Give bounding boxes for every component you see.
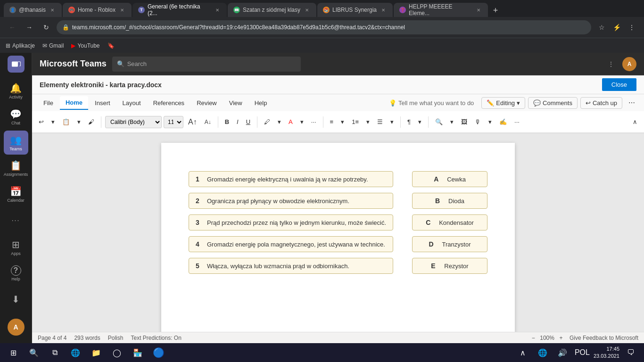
font-select[interactable]: Calibri (Body) [105,116,162,128]
tab-roblox[interactable]: 🎮 Home - Roblox ✕ [63,3,132,17]
edge-button[interactable]: 🌐 [67,344,84,361]
sidebar-item-assignments[interactable]: 📋 Assignments [4,156,28,181]
decrease-font-button[interactable]: A↓ [202,115,214,130]
chrome-button[interactable]: 🔵 [150,344,167,361]
highlight-dropdown[interactable]: ▾ [275,115,284,130]
settings-icon[interactable]: ⋮ [625,21,638,34]
collapse-ribbon-button[interactable]: ∧ [630,115,640,130]
catchup-button[interactable]: ↩ Catch up [580,97,622,109]
topbar-avatar[interactable]: A [622,57,636,71]
zoom-out-button[interactable]: − [528,333,538,343]
clipboard-dropdown[interactable]: ▾ [74,115,83,130]
align-button[interactable]: ☰ [374,115,386,130]
bookmark-gmail[interactable]: ✉ Gmail [42,42,64,49]
tab-references[interactable]: References [148,97,190,109]
search-taskbar-button[interactable]: 🔍 [25,344,42,361]
sidebar-item-calendar[interactable]: 📅 Calendar [4,182,28,206]
teams-search[interactable]: 🔍 Search [112,57,301,72]
reload-button[interactable]: ↻ [40,21,53,34]
dictate-button[interactable]: 🎙 [472,115,484,130]
ribbon-more-button[interactable]: ⋯ [625,96,638,109]
tab-close-4[interactable]: ✕ [303,6,311,14]
toolbar-extra-button[interactable]: ··· [512,115,522,130]
font-size-select[interactable]: 11 [164,116,183,128]
tab-help[interactable]: Help [249,97,273,109]
topbar-more-button[interactable]: ⋮ [604,58,618,71]
italic-button[interactable]: I [234,115,241,130]
cortana-button[interactable]: ◯ [108,344,125,361]
tab-home[interactable]: Home [60,96,88,110]
tab-teams[interactable]: T General (6e technika (2... ✕ [132,3,227,17]
user-avatar[interactable]: A [8,319,25,336]
dictate-dropdown[interactable]: ▾ [486,115,495,130]
tab-close-2[interactable]: ✕ [118,6,126,14]
underline-button[interactable]: U [243,115,253,130]
task-view-button[interactable]: ⧉ [46,344,63,361]
tab-view[interactable]: View [223,97,248,109]
volume-icon[interactable]: 🔊 [554,344,571,361]
font-color-dropdown[interactable]: ▾ [297,115,306,130]
undo-button[interactable]: ↩ [36,115,47,130]
increase-font-button[interactable]: A↑ [185,115,200,130]
bookmark-aplikacje[interactable]: ⊞ Aplikacje [6,42,35,49]
language-indicator[interactable]: POL [574,344,591,361]
system-tray-up[interactable]: ∧ [514,344,531,361]
tab-helpp[interactable]: ❓ HELPP MEEEEE Eleme... ✕ [394,3,488,17]
find-dropdown[interactable]: ▾ [447,115,456,130]
tab-thanasis[interactable]: 👤 @thanasis ✕ [4,3,62,17]
address-bar[interactable]: 🔒 teams.microsoft.com/_#/school/classroo… [57,20,591,34]
file-explorer-button[interactable]: 📁 [88,344,105,361]
bookmark-youtube[interactable]: ▶ YouTube [71,42,99,49]
comments-button[interactable]: 💬 Comments [528,97,578,109]
find-button[interactable]: 🔍 [432,115,446,130]
paragraph-dropdown[interactable]: ▾ [415,115,424,130]
numbering-button[interactable]: 1≡ [349,115,362,130]
notifications-button[interactable]: 🗨 [622,344,639,361]
tab-librus[interactable]: 📚 LIBRUS Synergia ✕ [317,3,393,17]
start-button[interactable]: ⊞ [5,344,22,361]
tell-me-input[interactable]: 💡 Tell me what you want to do [384,98,479,108]
tab-close-6[interactable]: ✕ [475,6,482,14]
bookmark-other[interactable]: 🔖 [107,42,115,49]
tab-layout[interactable]: Layout [117,97,147,109]
bold-button[interactable]: B [222,115,232,130]
clipboard-button[interactable]: 📋 [59,115,73,130]
sidebar-item-teams[interactable]: 👥 Teams [4,131,28,155]
tab-insert[interactable]: Insert [89,97,116,109]
forward-button[interactable]: → [23,21,36,34]
tab-szatan[interactable]: 📖 Szatan z siódmej klasy ✕ [228,3,316,17]
tab-close-1[interactable]: ✕ [49,6,56,14]
tab-close-3[interactable]: ✕ [214,6,221,14]
sidebar-item-chat[interactable]: 💬 Chat [4,105,28,129]
tab-close-5[interactable]: ✕ [380,6,387,14]
bullets-button[interactable]: ≡ [327,115,337,130]
sidebar-item-help[interactable]: ? Help [4,262,28,286]
tab-review[interactable]: Review [191,97,223,109]
sidebar-item-apps[interactable]: ⊞ Apps [4,236,28,260]
back-button[interactable]: ← [6,21,19,34]
font-color-button[interactable]: A [286,115,296,130]
tab-file[interactable]: File [38,97,59,109]
editing-button[interactable]: ✏️ Editing ▾ [481,97,525,109]
format-painter-button[interactable]: 🖌 [85,115,97,130]
bookmark-icon[interactable]: ☆ [595,21,608,34]
network-icon[interactable]: 🌐 [534,344,551,361]
editor-button[interactable]: ✍ [496,115,510,130]
store-button[interactable]: 🏪 [129,344,146,361]
picture-button[interactable]: 🖼 [458,115,470,130]
zoom-in-button[interactable]: + [556,333,566,343]
feedback-link[interactable]: Give Feedback to Microsoft [570,335,638,341]
toolbar-more-button[interactable]: ··· [308,115,319,130]
sidebar-item-activity[interactable]: 🔔 Activity [4,79,28,103]
new-tab-button[interactable]: + [489,4,502,17]
highlight-button[interactable]: 🖊 [261,115,273,130]
close-button[interactable]: Close [602,78,636,91]
align-dropdown[interactable]: ▾ [388,115,396,130]
sidebar-item-more[interactable]: ··· [4,208,28,232]
sidebar-item-download[interactable]: ⬇ [4,287,28,311]
undo-dropdown[interactable]: ▾ [49,115,58,130]
numbering-dropdown[interactable]: ▾ [363,115,372,130]
paragraph-marks-button[interactable]: ¶ [405,115,413,130]
bullets-dropdown[interactable]: ▾ [338,115,347,130]
extension-icon[interactable]: ⚡ [610,21,623,34]
